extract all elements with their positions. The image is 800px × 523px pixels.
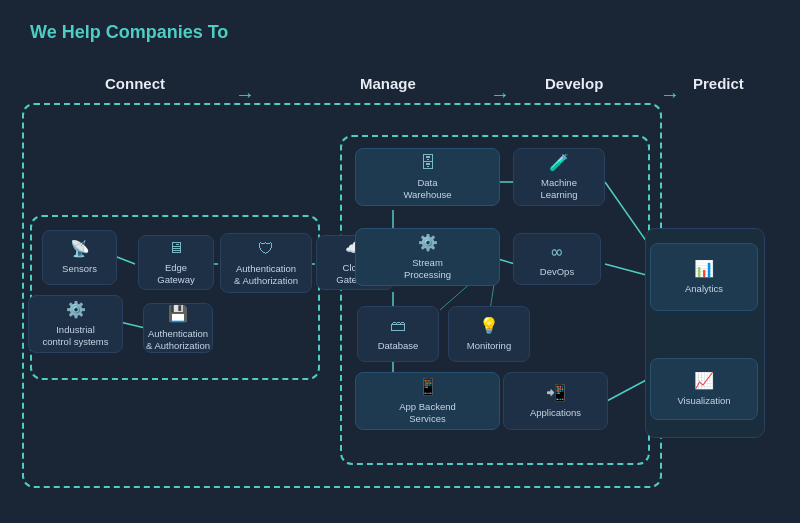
node-stream-processing: ⚙️ StreamProcessing [355,228,500,286]
phase-predict: Predict [693,75,744,92]
node-industrial: ⚙️ Industrialcontrol systems [28,295,123,353]
monitoring-icon: 💡 [479,316,499,337]
sensors-label: Sensors [62,263,97,275]
node-edge-gateway: 🖥 EdgeGateway [138,235,214,290]
node-auth: 🛡 Authentication& Authorization [220,233,312,293]
node-database: 🗃 Database [357,306,439,362]
auth-icon: 🛡 [258,239,274,260]
industrial-label: Industrialcontrol systems [43,324,109,349]
applications-label: Applications [530,407,581,419]
analytics-icon: 📊 [694,259,714,280]
applications-icon: 📲 [546,383,566,404]
data-warehouse-label: DataWarehouse [403,177,451,202]
node-analytics: 📊 Analytics [650,243,758,311]
node-visualization: 📈 Visualization [650,358,758,420]
devops-label: DevOps [540,266,574,278]
monitoring-label: Monitoring [467,340,511,352]
page-title: We Help Companies To [30,22,228,43]
arrow-develop-predict: → [660,83,680,106]
firmware-label: Authentication & Authorization [144,328,212,353]
sensors-icon: 📡 [70,239,90,260]
edge-gateway-label: EdgeGateway [157,262,195,287]
analytics-label: Analytics [685,283,723,295]
phase-manage: Manage [360,75,416,92]
data-warehouse-icon: 🗄 [420,153,436,174]
node-sensors: 📡 Sensors [42,230,117,285]
visualization-icon: 📈 [694,371,714,392]
node-app-backend: 📱 App BackendServices [355,372,500,430]
node-monitoring: 💡 Monitoring [448,306,530,362]
node-firmware: 💾 Authentication & Authorization [143,303,213,353]
visualization-label: Visualization [677,395,730,407]
database-icon: 🗃 [390,316,406,337]
firmware-icon: 💾 [168,304,188,325]
auth-label: Authentication& Authorization [234,263,298,288]
node-machine-learning: 🧪 MachineLearning [513,148,605,206]
node-data-warehouse: 🗄 DataWarehouse [355,148,500,206]
phase-develop: Develop [545,75,603,92]
devops-icon: ∞ [552,240,563,263]
node-devops: ∞ DevOps [513,233,601,285]
industrial-icon: ⚙️ [66,300,86,321]
node-applications: 📲 Applications [503,372,608,430]
stream-processing-label: StreamProcessing [404,257,451,282]
stream-processing-icon: ⚙️ [418,233,438,254]
database-label: Database [378,340,419,352]
phase-connect: Connect [105,75,165,92]
machine-learning-label: MachineLearning [541,177,578,202]
machine-learning-icon: 🧪 [549,153,569,174]
app-backend-icon: 📱 [418,377,438,398]
edge-gateway-icon: 🖥 [168,238,184,259]
app-backend-label: App BackendServices [399,401,456,426]
